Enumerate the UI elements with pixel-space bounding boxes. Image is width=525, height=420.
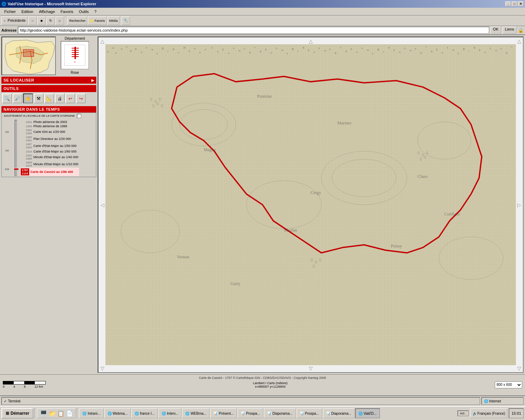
timeline-entry-3[interactable]: 19991991 Plan Directeur au 1/20 000: [20, 135, 79, 142]
zoom-in-tool[interactable]: 🔍: [2, 93, 12, 103]
measure-tool[interactable]: 📐: [44, 93, 54, 103]
slider-labels: XX XX XIX: [2, 119, 12, 177]
taskbar-france[interactable]: 🌐 france I...: [131, 408, 158, 418]
menu-favoris[interactable]: Favoris: [58, 9, 76, 14]
menu-outils[interactable]: Outils: [76, 9, 91, 14]
arrow-mid-right[interactable]: ▷: [516, 202, 522, 208]
mini-map[interactable]: [1, 37, 56, 75]
select-tool[interactable]: ⚒: [34, 93, 44, 103]
se-localiser-header[interactable]: SE LOCALISER ▶: [1, 77, 96, 84]
print-tool[interactable]: 🖨: [55, 93, 65, 103]
mini-map-area: Département + − Rose: [1, 37, 96, 75]
slider-label-xx2: XX: [5, 148, 9, 153]
timeline-entry-6[interactable]: 18201866 Minute d'Etat-Major au 1/40 000: [20, 154, 79, 161]
security-zone: 🌐 Internet: [481, 397, 524, 405]
pan-tool[interactable]: ✋: [23, 93, 33, 103]
arrow-mid-left[interactable]: ◁: [99, 202, 105, 208]
taskbar-diapo1[interactable]: 📊 Diaporama...: [264, 408, 296, 418]
mini-map-svg: [2, 37, 56, 75]
act-text-box: Act .: [458, 411, 469, 416]
arrow-bot-left[interactable]: ▽: [99, 365, 105, 371]
taskbar-vald[interactable]: 🌐 Vald'D...: [355, 408, 380, 418]
maximize-button[interactable]: □: [512, 1, 517, 6]
slider-track[interactable]: [15, 120, 17, 176]
navigate-time-header: NAVIGUER DANS LE TEMPS: [1, 106, 96, 112]
timeline-entry-0[interactable]: 2003 Photo aérienne de 2003: [20, 120, 79, 124]
vertical-slider-track: [13, 119, 19, 177]
status-bar: ✓ Terminé 🌐 Internet: [0, 395, 525, 406]
noise-overlay: [105, 44, 516, 365]
map-size-select[interactable]: 800 x 600 1024 x 768 1280 x 1024: [495, 381, 522, 388]
cassini-map-image: Pontoise Magny Marines Chars Meulan Vern…: [105, 44, 516, 365]
taskbar-diapo2[interactable]: 📊 Diaporama...: [323, 408, 355, 418]
timeline-entry-4[interactable]: 18571830 Carte d'Etat-Major au 1/50 000: [20, 142, 79, 149]
zoom-out-tool[interactable]: 🔎: [13, 93, 22, 103]
language-button[interactable]: 🔊 Français (France): [470, 408, 508, 418]
svg-rect-1: [23, 50, 34, 57]
title-icon: 🌐: [1, 2, 6, 6]
menu-edition[interactable]: Edition: [19, 9, 36, 14]
taskbar-present[interactable]: 📊 Présent...: [210, 408, 237, 418]
clock-area: Act . 🔊 Français (France) 15:01: [458, 408, 524, 418]
arrow-bot-right[interactable]: ▽: [516, 365, 522, 371]
taskbar-prospa2[interactable]: 📊 Prospa...: [297, 408, 322, 418]
arrow-bot-mid[interactable]: ▽: [307, 365, 314, 371]
tools-button[interactable]: 🔧: [122, 17, 130, 25]
window-controls[interactable]: _ □ ✕: [505, 1, 524, 6]
arrow-top-right[interactable]: △: [516, 38, 522, 44]
adjust-checkbox[interactable]: [77, 114, 81, 118]
timeline-entry-1[interactable]: 1999 Photo aérienne de 1999: [20, 124, 79, 128]
menu-help[interactable]: ?: [92, 9, 99, 14]
media-button[interactable]: Média: [108, 17, 120, 25]
menu-affichage[interactable]: Affichage: [36, 9, 58, 14]
address-bar: Adresse OK Liens 🔒: [0, 26, 525, 35]
map-info-row: 0 4 8 12 km Lambert I Carto (mètres) x=6…: [3, 381, 522, 388]
scale-labels: 0 4 8 12 km: [3, 385, 45, 388]
timeline-container: XX XX XIX 2003 Photo aérienne de 2003: [2, 119, 96, 177]
timeline-entry-8-active[interactable]: 17571114 Carte de Cassini au 1/86 400: [20, 168, 79, 176]
menu-fichier[interactable]: Fichier: [1, 9, 19, 14]
taskbar-icons[interactable]: 🖥️ 📁 📋 📄: [37, 408, 76, 418]
window-title: Vald'Use historique - Microsoft Internet…: [6, 2, 505, 6]
refresh-button[interactable]: ↻: [46, 17, 55, 25]
windows-logo: ⊞: [6, 411, 9, 416]
taskbar-webma[interactable]: 🌐 Webma...: [104, 408, 131, 418]
stop-button[interactable]: ■: [37, 17, 46, 25]
slider-thumb[interactable]: [14, 168, 19, 170]
back-button[interactable]: ← Précédente: [1, 17, 27, 25]
redo-tool[interactable]: ↪: [76, 93, 86, 103]
home-button[interactable]: ⌂: [56, 17, 64, 25]
timeline-entry-7[interactable]: 18461878 Minute d'Etat-Major au 1/10 000: [20, 161, 79, 168]
projection-info: Lambert I Carto (mètres) x=680007 y=1126…: [253, 381, 288, 388]
taskbar-sep2: [77, 408, 78, 419]
taskbar-webma2[interactable]: 🌐 WEBma...: [182, 408, 209, 418]
timeline-entry-2[interactable]: 20001995 Carte IGN au 1/25 000: [20, 128, 79, 135]
taskbar-prospa1[interactable]: 📊 Prospa...: [238, 408, 263, 418]
undo-tool[interactable]: ↩: [65, 93, 75, 103]
start-button[interactable]: ⊞ Démarrer: [1, 408, 33, 419]
taskbar-intrani[interactable]: 🌐 Intrani...: [79, 408, 103, 418]
slider-label-xx: XX: [5, 130, 9, 134]
address-input[interactable]: [18, 27, 489, 34]
navigate-time-section: NAVIGUER DANS LE TEMPS AJUSTEMENT A L'EC…: [1, 106, 96, 177]
arrow-top-mid[interactable]: △: [307, 38, 314, 44]
go-button[interactable]: OK: [491, 27, 501, 34]
arrow-top-left[interactable]: △: [99, 38, 105, 44]
zoom-scale: + −: [61, 41, 89, 69]
slider-label-xix: XIX: [5, 167, 9, 172]
main-content: Département + − Rose: [0, 35, 525, 374]
nav-time-options: 2003 Photo aérienne de 2003 1999 Photo a…: [19, 119, 80, 177]
minimize-button[interactable]: _: [505, 1, 511, 6]
toolbar: ← Précédente → ■ ↻ ⌂ Rechercher ⭐ Favori…: [0, 15, 525, 26]
close-button[interactable]: ✕: [518, 1, 524, 6]
map-viewport[interactable]: △ △ △ ◁ ▷ ▽ ▽ ▽: [98, 37, 524, 373]
search-button[interactable]: Rechercher: [67, 17, 88, 25]
timeline-entry-5[interactable]: 1914 Carte d'Etat-Major au 1/60 000: [20, 149, 79, 154]
forward-button[interactable]: →: [28, 17, 37, 25]
outils-header: OUTILS: [1, 85, 96, 92]
left-panel: Département + − Rose: [1, 37, 96, 373]
taskbar-interv[interactable]: 🌐 Interv...: [158, 408, 182, 418]
links-button[interactable]: Liens: [503, 27, 517, 34]
favorites-button[interactable]: ⭐ Favoris: [88, 17, 106, 25]
address-label: Adresse: [1, 28, 17, 32]
